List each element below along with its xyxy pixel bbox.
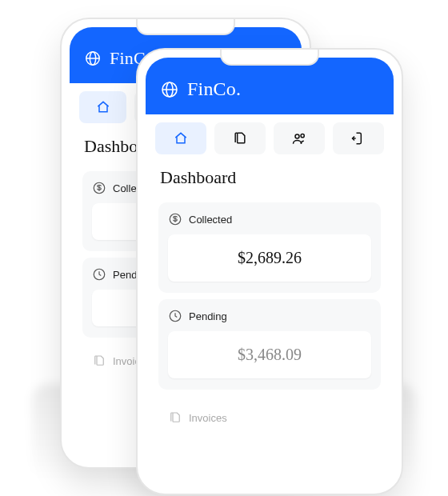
brand-name: FinCo. xyxy=(187,78,241,100)
card-collected-header: Collected xyxy=(168,212,371,226)
nav-home[interactable] xyxy=(79,91,126,123)
page-title: Dashboard xyxy=(146,162,394,196)
globe-icon xyxy=(84,50,102,67)
invoices-icon xyxy=(92,354,106,368)
clock-icon xyxy=(92,267,106,282)
documents-icon xyxy=(232,130,248,146)
card-invoices-label: Invoices xyxy=(189,412,227,424)
card-pending: Pending $3,468.09 xyxy=(158,299,381,390)
card-invoices: Invoices xyxy=(158,401,381,425)
svg-point-11 xyxy=(301,134,304,138)
logout-icon xyxy=(350,130,366,146)
phone-front: FinCo. Dashboard Co xyxy=(136,48,403,495)
svg-point-10 xyxy=(295,134,299,138)
nav-row xyxy=(146,114,394,162)
card-collected-label: Collected xyxy=(189,214,232,226)
phone-front-screen: FinCo. Dashboard Co xyxy=(146,58,394,486)
nav-logout[interactable] xyxy=(333,122,384,154)
card-pending-label: Pending xyxy=(189,310,227,322)
card-collected-value: $2,689.26 xyxy=(168,234,371,282)
phone-notch xyxy=(136,19,235,35)
users-icon xyxy=(291,130,307,146)
globe-icon xyxy=(160,80,179,99)
home-icon xyxy=(95,99,111,115)
clock-icon xyxy=(168,309,182,323)
card-pending-value: $3,468.09 xyxy=(168,331,371,378)
invoices-icon xyxy=(168,410,182,425)
app-header: FinCo. xyxy=(146,58,394,114)
nav-home[interactable] xyxy=(155,122,206,154)
card-collected: Collected $2,689.26 xyxy=(158,202,381,293)
card-pending-header: Pending xyxy=(168,309,371,323)
nav-users[interactable] xyxy=(274,122,325,154)
dollar-circle-icon xyxy=(168,212,182,226)
card-invoices-header: Invoices xyxy=(168,410,371,425)
nav-documents[interactable] xyxy=(214,122,266,154)
home-icon xyxy=(173,130,189,146)
phone-notch xyxy=(220,50,319,66)
dollar-circle-icon xyxy=(92,181,106,195)
